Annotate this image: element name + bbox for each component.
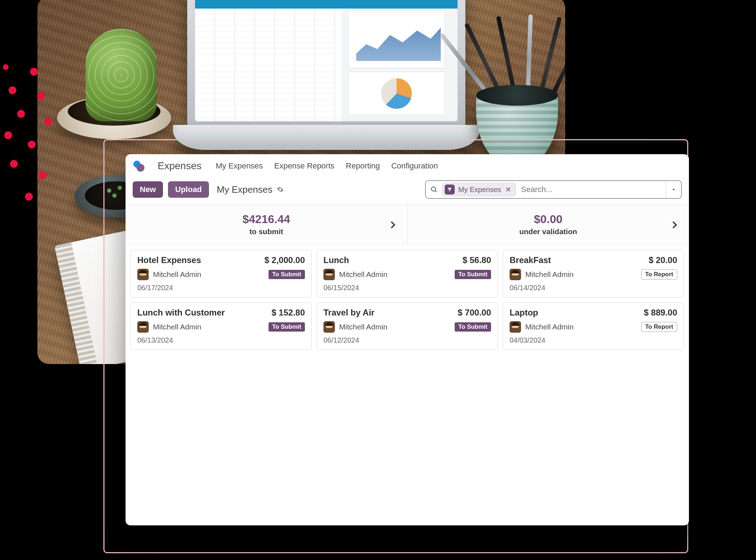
expense-owner-name: Mitchell Admin xyxy=(525,323,573,331)
summary-under-validation[interactable]: $0.00 under validation xyxy=(407,205,689,244)
status-badge: To Submit xyxy=(269,270,305,279)
expense-date: 06/13/2024 xyxy=(137,336,305,344)
expense-amount: $ 889.00 xyxy=(644,308,677,318)
decorative-dots xyxy=(0,64,64,214)
chevron-right-icon xyxy=(669,220,680,230)
filter-chip-remove[interactable]: ✕ xyxy=(505,185,512,194)
expense-owner: Mitchell Admin xyxy=(137,269,201,280)
menu-expense-reports[interactable]: Expense Reports xyxy=(274,161,334,171)
menu-configuration[interactable]: Configuration xyxy=(391,161,438,171)
app-window: Expenses My Expenses Expense Reports Rep… xyxy=(126,154,689,525)
expense-title: Travel by Air xyxy=(323,308,374,318)
avatar xyxy=(323,321,335,333)
summary-amount: $4216.44 xyxy=(242,213,290,226)
expense-title: Laptop xyxy=(510,308,538,318)
summary-bar: $4216.44 to submit $0.00 under validatio… xyxy=(126,205,689,245)
status-badge: To Report xyxy=(641,269,677,279)
expense-date: 04/03/2024 xyxy=(510,336,677,344)
expense-title: Hotel Expenses xyxy=(137,255,201,265)
summary-amount: $0.00 xyxy=(534,213,562,226)
expense-date: 06/15/2024 xyxy=(323,284,491,292)
avatar xyxy=(137,269,149,280)
menu-reporting[interactable]: Reporting xyxy=(346,161,380,171)
svg-line-1 xyxy=(435,191,436,192)
expense-title: Lunch with Customer xyxy=(137,308,225,318)
expense-card[interactable]: Travel by Air$ 700.00Mitchell AdminTo Su… xyxy=(317,302,498,350)
expense-owner: Mitchell Admin xyxy=(323,269,387,280)
status-badge: To Submit xyxy=(455,270,491,279)
expense-date: 06/12/2024 xyxy=(323,336,491,344)
breadcrumb-label: My Expenses xyxy=(217,184,272,195)
app-icon xyxy=(133,160,145,172)
filter-chip-label: My Expenses xyxy=(458,186,501,194)
expense-owner: Mitchell Admin xyxy=(323,321,387,333)
app-title: Expenses xyxy=(158,160,201,172)
expense-amount: $ 56.80 xyxy=(463,255,491,265)
chevron-right-icon xyxy=(387,220,398,230)
summary-label: under validation xyxy=(519,227,577,236)
expense-owner-name: Mitchell Admin xyxy=(153,270,201,279)
expense-title: BreakFast xyxy=(510,255,551,265)
expense-owner-name: Mitchell Admin xyxy=(153,323,201,331)
expense-amount: $ 20.00 xyxy=(649,255,677,265)
breadcrumb: My Expenses xyxy=(217,184,284,195)
summary-label: to submit xyxy=(250,227,284,236)
summary-to-submit[interactable]: $4216.44 to submit xyxy=(126,205,407,244)
svg-point-0 xyxy=(431,187,436,191)
expense-amount: $ 700.00 xyxy=(458,308,491,318)
funnel-icon xyxy=(445,185,455,195)
upload-button[interactable]: Upload xyxy=(168,181,209,198)
expense-owner: Mitchell Admin xyxy=(510,269,573,280)
search-icon xyxy=(426,186,442,193)
avatar xyxy=(510,321,521,333)
expense-owner-name: Mitchell Admin xyxy=(525,270,573,279)
menu-my-expenses[interactable]: My Expenses xyxy=(216,161,263,171)
gear-icon[interactable] xyxy=(277,186,284,193)
search-input[interactable] xyxy=(520,183,666,196)
search-dropdown[interactable] xyxy=(666,186,681,193)
new-button[interactable]: New xyxy=(133,181,163,198)
expense-amount: $ 2,000.00 xyxy=(265,255,305,265)
expense-amount: $ 152.80 xyxy=(272,308,305,318)
search-box[interactable]: My Expenses ✕ xyxy=(425,180,682,199)
filter-chip[interactable]: My Expenses ✕ xyxy=(442,183,516,196)
expense-date: 06/17/2024 xyxy=(137,284,305,292)
main-menubar: Expenses My Expenses Expense Reports Rep… xyxy=(126,154,689,177)
expense-title: Lunch xyxy=(323,255,349,265)
status-badge: To Submit xyxy=(269,322,305,332)
avatar xyxy=(510,269,521,280)
expense-card[interactable]: Laptop$ 889.00Mitchell AdminTo Report04/… xyxy=(503,302,684,350)
expense-owner: Mitchell Admin xyxy=(510,321,573,333)
avatar xyxy=(137,321,149,333)
status-badge: To Submit xyxy=(455,322,491,332)
expense-card-grid: Hotel Expenses$ 2,000.00Mitchell AdminTo… xyxy=(126,245,689,355)
expense-card[interactable]: Lunch with Customer$ 152.80Mitchell Admi… xyxy=(131,302,312,350)
expense-card[interactable]: BreakFast$ 20.00Mitchell AdminTo Report0… xyxy=(503,250,684,297)
expense-date: 06/14/2024 xyxy=(510,284,677,292)
expense-card[interactable]: Lunch$ 56.80Mitchell AdminTo Submit06/15… xyxy=(317,250,498,297)
expense-owner: Mitchell Admin xyxy=(137,321,201,333)
expense-owner-name: Mitchell Admin xyxy=(339,323,387,331)
avatar xyxy=(323,269,335,280)
toolbar: New Upload My Expenses My Expenses ✕ xyxy=(126,177,689,205)
expense-card[interactable]: Hotel Expenses$ 2,000.00Mitchell AdminTo… xyxy=(131,250,312,297)
expense-owner-name: Mitchell Admin xyxy=(339,270,387,279)
status-badge: To Report xyxy=(641,322,677,332)
